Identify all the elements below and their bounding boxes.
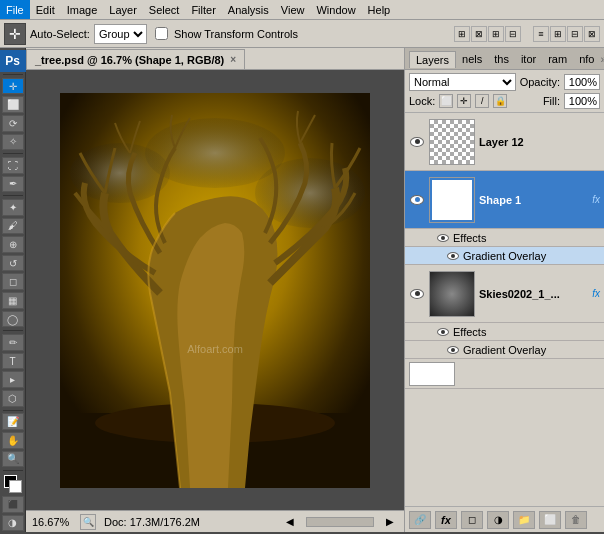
panel-close-btn[interactable]: » xyxy=(600,53,604,65)
tc-btn-5[interactable]: ≡ xyxy=(533,26,549,42)
menu-view[interactable]: View xyxy=(275,0,311,19)
panel-tabs: Layers nels ths itor ram nfo » xyxy=(405,48,604,70)
canvas-tab[interactable]: _tree.psd @ 16.7% (Shape 1, RGB/8) × xyxy=(26,49,245,69)
tc-btn-4[interactable]: ⊟ xyxy=(505,26,521,42)
layers-tab[interactable]: Layers xyxy=(409,51,456,68)
healing-brush-tool[interactable]: ✦ xyxy=(2,199,24,216)
tree-svg: Alfoart.com xyxy=(60,93,370,488)
tc-btn-8[interactable]: ⊠ xyxy=(584,26,600,42)
ps-logo: Ps xyxy=(0,50,26,72)
menu-bar: File Edit Image Layer Select Filter Anal… xyxy=(0,0,604,20)
quick-mask-btn[interactable]: ◑ xyxy=(2,515,24,532)
scroll-right-btn[interactable]: ▶ xyxy=(382,514,398,530)
adjustment-btn[interactable]: ◑ xyxy=(487,511,509,529)
screen-mode-btn[interactable]: ⬛ xyxy=(2,496,24,513)
lock-pixels-btn[interactable]: ⬜ xyxy=(439,94,453,108)
shape1-name: Shape 1 xyxy=(479,194,588,206)
menu-file[interactable]: File xyxy=(0,0,30,19)
layer-item-shape1[interactable]: Shape 1 fx xyxy=(405,171,604,229)
shape1-visibility[interactable] xyxy=(409,192,425,208)
layer-item-layer12[interactable]: Layer 12 xyxy=(405,113,604,171)
path-select-tool[interactable]: ▸ xyxy=(2,371,24,388)
fill-input[interactable] xyxy=(564,93,600,109)
skies-visibility[interactable] xyxy=(409,286,425,302)
shape1-gradient-row[interactable]: Gradient Overlay xyxy=(405,247,604,265)
gradient-tool[interactable]: ▦ xyxy=(2,292,24,309)
opacity-input[interactable] xyxy=(564,74,600,90)
magic-wand-tool[interactable]: ✧ xyxy=(2,134,24,151)
crop-tool[interactable]: ⛶ xyxy=(2,157,24,174)
brush-tool[interactable]: 🖌 xyxy=(2,218,24,235)
mask-btn[interactable]: ◻ xyxy=(461,511,483,529)
scroll-left-btn[interactable]: ◀ xyxy=(282,514,298,530)
pen-tool[interactable]: ✏ xyxy=(2,334,24,351)
delete-layer-btn[interactable]: 🗑 xyxy=(565,511,587,529)
fx-btn[interactable]: fx xyxy=(435,511,457,529)
lock-position-btn[interactable]: ✛ xyxy=(457,94,471,108)
info-tab[interactable]: nfo xyxy=(573,51,600,67)
skies-gradient-row[interactable]: Gradient Overlay xyxy=(405,341,604,359)
right-panel: Layers nels ths itor ram nfo » Normal Mu… xyxy=(404,48,604,532)
eraser-tool[interactable]: ◻ xyxy=(2,273,24,290)
blend-mode-row: Normal Multiply Screen Overlay Opacity: xyxy=(409,73,600,91)
notes-tool[interactable]: 📝 xyxy=(2,413,24,430)
tc-btn-3[interactable]: ⊞ xyxy=(488,26,504,42)
history-tab[interactable]: itor xyxy=(515,51,542,67)
auto-select-dropdown[interactable]: Group Layer xyxy=(94,24,147,44)
menu-help[interactable]: Help xyxy=(362,0,397,19)
skies-eye xyxy=(410,289,424,299)
actions-tab[interactable]: ram xyxy=(542,51,573,67)
canvas-container[interactable]: Alfoart.com xyxy=(26,70,404,510)
link-layers-btn[interactable]: 🔗 xyxy=(409,511,431,529)
layer12-visibility[interactable] xyxy=(409,134,425,150)
tc-btn-2[interactable]: ⊠ xyxy=(471,26,487,42)
move-tool-icon[interactable]: ✛ xyxy=(4,23,26,45)
tc-btn-1[interactable]: ⊞ xyxy=(454,26,470,42)
blend-mode-select[interactable]: Normal Multiply Screen Overlay xyxy=(409,73,516,91)
menu-filter[interactable]: Filter xyxy=(185,0,221,19)
layer12-info: Layer 12 xyxy=(479,136,600,148)
auto-select-label: Auto-Select: xyxy=(30,28,90,40)
skies-gradient-label: Gradient Overlay xyxy=(463,344,546,356)
layer12-name: Layer 12 xyxy=(479,136,600,148)
menu-layer[interactable]: Layer xyxy=(103,0,143,19)
menu-select[interactable]: Select xyxy=(143,0,186,19)
foreground-bg-swatch[interactable] xyxy=(4,475,22,493)
layer12-thumb xyxy=(429,119,475,165)
tab-close[interactable]: × xyxy=(230,54,236,65)
new-layer-btn[interactable]: ⬜ xyxy=(539,511,561,529)
eyedropper-tool[interactable]: ✒ xyxy=(2,176,24,193)
tc-btn-6[interactable]: ⊞ xyxy=(550,26,566,42)
clone-tool[interactable]: ⊕ xyxy=(2,236,24,253)
shape1-eye xyxy=(410,195,424,205)
history-brush-tool[interactable]: ↺ xyxy=(2,255,24,272)
skies-effects-row[interactable]: Effects xyxy=(405,323,604,341)
dodge-tool[interactable]: ◯ xyxy=(2,311,24,328)
lock-all-btn[interactable]: 🔒 xyxy=(493,94,507,108)
hand-tool[interactable]: ✋ xyxy=(2,432,24,449)
layer-item-skies[interactable]: Skies0202_1_... fx xyxy=(405,265,604,323)
zoom-tool[interactable]: 🔍 xyxy=(2,451,24,468)
marquee-tool[interactable]: ⬜ xyxy=(2,96,24,113)
channels-tab[interactable]: nels xyxy=(456,51,488,67)
menu-edit[interactable]: Edit xyxy=(30,0,61,19)
lock-transparency-btn[interactable]: / xyxy=(475,94,489,108)
tc-btn-7[interactable]: ⊟ xyxy=(567,26,583,42)
zoom-out-btn[interactable]: 🔍 xyxy=(80,514,96,530)
menu-image[interactable]: Image xyxy=(61,0,104,19)
shape-tool[interactable]: ⬡ xyxy=(2,390,24,407)
text-tool[interactable]: T xyxy=(2,353,24,370)
menu-analysis[interactable]: Analysis xyxy=(222,0,275,19)
move-tool[interactable]: ✛ xyxy=(2,78,24,95)
menu-window[interactable]: Window xyxy=(310,0,361,19)
shape1-effects-eye xyxy=(437,234,449,242)
empty-thumb xyxy=(409,362,455,386)
paths-tab[interactable]: ths xyxy=(488,51,515,67)
group-btn[interactable]: 📁 xyxy=(513,511,535,529)
show-transform-checkbox[interactable] xyxy=(155,27,168,40)
lock-label: Lock: xyxy=(409,95,435,107)
lasso-tool[interactable]: ⟳ xyxy=(2,115,24,132)
shape1-effects-row[interactable]: Effects xyxy=(405,229,604,247)
skies-gradient-eye xyxy=(447,346,459,354)
tab-bar: _tree.psd @ 16.7% (Shape 1, RGB/8) × xyxy=(26,48,404,70)
